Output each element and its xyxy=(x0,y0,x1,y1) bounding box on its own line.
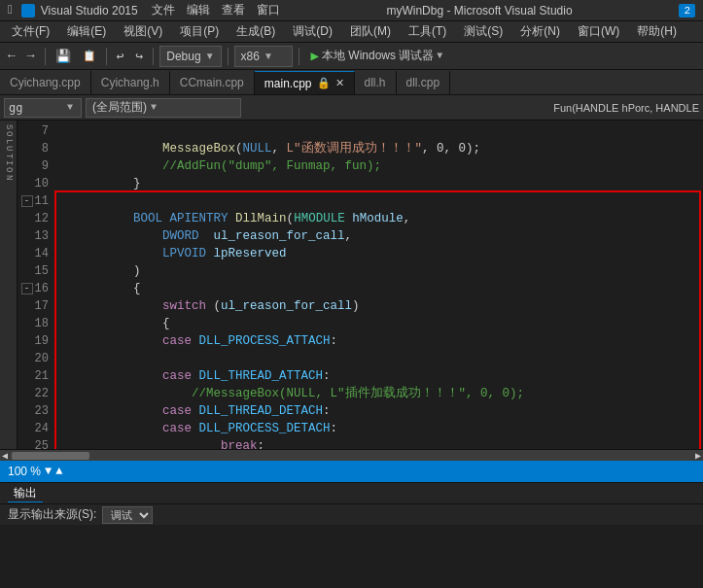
title-menus: 文件 编辑 查看 窗口 xyxy=(152,2,280,18)
zoom-level: 100 % xyxy=(8,465,41,478)
menu-test[interactable]: 测试(S) xyxy=(456,21,510,42)
activity-icon-6: I xyxy=(4,160,14,165)
run-label: 本地 Windows 调试器 xyxy=(322,48,434,64)
tab-label: Cyichang.cpp xyxy=(10,76,81,89)
menu-analyze[interactable]: 分析(N) xyxy=(512,21,568,42)
window-title: myWinDbg - Microsoft Visual Studio xyxy=(386,4,572,17)
code-area: S O L U T I O N 7 8 9 10 -11 12 13 14 15… xyxy=(0,121,703,449)
line-num-11: -11 xyxy=(18,192,49,210)
line-num-17: 17 xyxy=(18,297,49,315)
output-tab[interactable]: 输出 xyxy=(8,485,43,502)
title-bar:  Visual Studio 2015 文件 编辑 查看 窗口 myWinDb… xyxy=(0,0,703,21)
activity-icon-1: S xyxy=(4,124,14,129)
activity-icon-2: O xyxy=(4,131,14,136)
line-num-9: 9 xyxy=(18,157,49,175)
output-bar: 输出 xyxy=(0,482,703,503)
title-menu-edit[interactable]: 编辑 xyxy=(187,2,210,18)
vs-icon xyxy=(21,4,35,17)
title-menu-view[interactable]: 查看 xyxy=(222,2,245,18)
activity-icon-4: U xyxy=(4,146,14,151)
tab-lock-icon: 🔒 xyxy=(317,77,331,89)
tab-dll-cpp[interactable]: dll.cpp xyxy=(397,71,451,94)
tab-label: CCmain.cpp xyxy=(180,76,244,89)
code-line-16: switch (ul_reason_for_call) xyxy=(54,280,703,297)
activity-icon-5: T xyxy=(4,154,14,158)
app-name: Visual Studio 2015 xyxy=(41,4,138,17)
activity-icon-7: O xyxy=(4,167,14,172)
menu-project[interactable]: 项目(P) xyxy=(172,21,227,42)
scrollbar-track[interactable] xyxy=(12,452,691,460)
run-button[interactable]: ▶ 本地 Windows 调试器 ▼ xyxy=(305,46,449,66)
tab-ccmain-cpp[interactable]: CCmain.cpp xyxy=(170,71,255,94)
search-input-wrap[interactable]: ▼ xyxy=(4,98,82,118)
line-num-20: 20 xyxy=(18,350,49,367)
tabs-bar: Cyichang.cpp Cyichang.h CCmain.cpp main.… xyxy=(0,70,703,95)
menu-help[interactable]: 帮助(H) xyxy=(629,21,685,42)
platform-arrow: ▼ xyxy=(264,51,273,61)
line-num-21: 21 xyxy=(18,367,49,385)
menu-window[interactable]: 窗口(W) xyxy=(570,21,627,42)
undo-btn[interactable]: ↩ xyxy=(113,47,128,66)
collapse-11[interactable]: - xyxy=(21,195,33,207)
title-menu-file[interactable]: 文件 xyxy=(152,2,175,18)
line-num-7: 7 xyxy=(18,122,49,140)
zoom-down-btn[interactable]: ▼ xyxy=(45,465,52,478)
line-numbers: 7 8 9 10 -11 12 13 14 15 -16 17 18 19 20… xyxy=(18,121,54,449)
menu-tools[interactable]: 工具(T) xyxy=(401,21,454,42)
collapse-16[interactable]: - xyxy=(21,283,33,294)
code-line-11: BOOL APIENTRY DllMain(HMODULE hModule, xyxy=(54,192,703,210)
activity-bar: S O L U T I O N xyxy=(0,121,18,449)
line-num-22: 22 xyxy=(18,385,49,402)
menu-edit[interactable]: 编辑(E) xyxy=(59,21,114,42)
line-num-25: 25 xyxy=(18,437,49,449)
tab-main-cpp[interactable]: main.cpp 🔒 ✕ xyxy=(255,71,355,94)
tab-cyichang-cpp[interactable]: Cyichang.cpp xyxy=(0,71,91,94)
back-btn[interactable]: ← xyxy=(4,47,19,65)
menu-view[interactable]: 视图(V) xyxy=(116,21,170,42)
code-line-7: MessageBox(NULL, L"函数调用成功！！！", 0, 0); xyxy=(54,122,703,140)
zoom-up-btn[interactable]: ▲ xyxy=(55,465,62,478)
scope-dropdown-arrow: ▼ xyxy=(151,102,157,113)
menu-build[interactable]: 生成(B) xyxy=(228,21,283,42)
line-num-12: 12 xyxy=(18,210,49,227)
platform-label: x86 xyxy=(241,50,260,63)
menu-team[interactable]: 团队(M) xyxy=(342,21,399,42)
activity-icon-8: N xyxy=(4,175,14,180)
platform-dropdown[interactable]: x86 ▼ xyxy=(234,46,293,67)
search-input[interactable] xyxy=(9,101,67,115)
output-source-bar: 显示输出来源(S): 调试 生成 输出 xyxy=(0,503,703,525)
save-all-btn[interactable]: 📋 xyxy=(79,48,100,64)
redo-btn[interactable]: ↪ xyxy=(131,47,147,66)
search-dropdown-arrow[interactable]: ▼ xyxy=(67,102,73,113)
horizontal-scrollbar[interactable]: ◀ ▶ xyxy=(0,449,703,461)
code-line-20: case DLL_THREAD_ATTACH: xyxy=(54,350,703,367)
window-badge: 2 xyxy=(679,4,695,17)
tab-dll-h[interactable]: dll.h xyxy=(355,71,397,94)
toolbar-sep1 xyxy=(45,48,46,65)
tab-close-btn[interactable]: ✕ xyxy=(335,77,344,89)
save-btn[interactable]: 💾 xyxy=(52,47,75,66)
title-menu-window[interactable]: 窗口 xyxy=(257,2,280,18)
tab-label: dll.h xyxy=(365,76,386,89)
toolbar-sep5 xyxy=(299,48,299,65)
scope-dropdown[interactable]: (全局范围) ▼ xyxy=(86,98,241,118)
tab-cyichang-h[interactable]: Cyichang.h xyxy=(91,71,170,94)
output-source-select[interactable]: 调试 生成 输出 xyxy=(102,506,153,524)
line-num-19: 19 xyxy=(18,332,49,350)
scroll-right-btn[interactable]: ▶ xyxy=(693,450,703,462)
scrollbar-thumb[interactable] xyxy=(12,452,89,460)
menu-bar: 文件(F) 编辑(E) 视图(V) 项目(P) 生成(B) 调试(D) 团队(M… xyxy=(0,21,703,43)
code-content[interactable]: MessageBox(NULL, L"函数调用成功！！！", 0, 0); //… xyxy=(54,121,703,449)
run-dropdown-arrow: ▼ xyxy=(437,51,442,61)
scope-label: (全局范围) xyxy=(92,99,147,116)
menu-debug[interactable]: 调试(D) xyxy=(285,21,340,42)
build-config-label: Debug xyxy=(166,50,200,63)
output-source-label: 显示输出来源(S): xyxy=(8,506,96,523)
forward-btn[interactable]: → xyxy=(23,47,39,65)
scope-bar: ▼ (全局范围) ▼ Fun(HANDLE hPorc, HANDLE xyxy=(0,95,703,121)
menu-file[interactable]: 文件(F) xyxy=(4,21,57,42)
line-num-18: 18 xyxy=(18,315,49,332)
scroll-left-btn[interactable]: ◀ xyxy=(0,450,10,462)
toolbar-sep3 xyxy=(153,48,154,65)
build-config-dropdown[interactable]: Debug ▼ xyxy=(159,46,221,67)
